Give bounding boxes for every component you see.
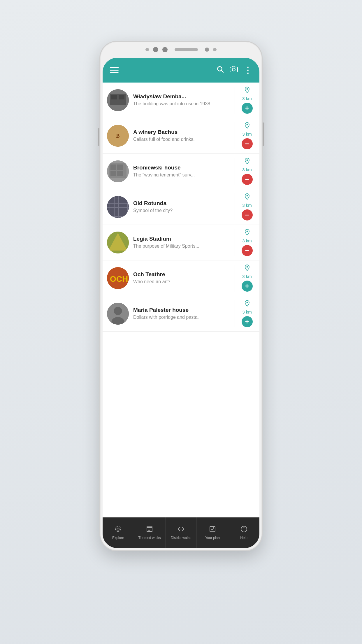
list-item[interactable]: Old Rotunda Symbol of the city? 3 km −	[103, 189, 259, 225]
item-desc-2: Cellars full of food and drinks.	[133, 136, 232, 143]
svg-rect-17	[117, 171, 123, 176]
item-title-5: Legia Stadium	[133, 236, 232, 242]
item-action-7: 3 km +	[235, 300, 255, 327]
item-distance-7: 3 km	[242, 309, 252, 314]
nav-icon-1	[146, 526, 153, 534]
dot-2	[153, 47, 158, 52]
nav-item-themed-walks[interactable]: Themed walks	[134, 517, 166, 548]
nav-label-3: Your plan	[205, 536, 220, 540]
item-action-4: 3 km −	[235, 193, 255, 220]
item-desc-5: The purpose of Military Sports....	[133, 243, 232, 249]
svg-text:OCH: OCH	[110, 274, 128, 284]
app-header: ⋮	[103, 58, 259, 83]
item-text-1: Władysław Demba... The building was put …	[133, 93, 235, 107]
list-item[interactable]: Władysław Demba... The building was put …	[103, 83, 259, 118]
nav-item-your-plan[interactable]: Your plan	[197, 517, 228, 548]
add-button-1[interactable]: +	[242, 103, 253, 114]
item-title-4: Old Rotunda	[133, 200, 232, 206]
item-desc-1: The building was put into use in 1938	[133, 101, 232, 107]
svg-text:B: B	[116, 133, 120, 139]
item-title-1: Władysław Demba...	[133, 93, 232, 100]
list-item[interactable]: Legia Stadium The purpose of Military Sp…	[103, 225, 259, 260]
item-avatar-7	[107, 303, 129, 325]
location-icon-6	[245, 265, 250, 273]
hamburger-line-1	[110, 67, 119, 68]
item-distance-1: 3 km	[242, 96, 252, 101]
svg-point-50	[244, 528, 244, 528]
remove-button-5[interactable]: −	[242, 245, 253, 256]
nav-icon-3	[209, 526, 216, 534]
location-icon-5	[245, 229, 250, 237]
svg-point-8	[246, 88, 248, 90]
item-distance-2: 3 km	[242, 132, 252, 136]
nav-label-4: Help	[240, 536, 247, 540]
nav-icon-4	[240, 526, 247, 534]
item-action-2: 3 km −	[235, 122, 255, 149]
item-desc-7: Dollars with porridge and pasta.	[133, 314, 232, 321]
list-item[interactable]: OCH Och Teathre Who need an art? 3 km +	[103, 260, 259, 296]
item-title-2: A winery Bachus	[133, 129, 232, 135]
dot-1	[145, 48, 149, 51]
item-title-3: Broniewski house	[133, 164, 232, 171]
item-text-6: Och Teathre Who need an art?	[133, 271, 235, 285]
item-avatar-1	[107, 89, 129, 111]
add-button-7[interactable]: +	[242, 316, 253, 327]
more-icon[interactable]: ⋮	[244, 65, 252, 75]
svg-point-33	[246, 231, 248, 232]
item-distance-4: 3 km	[242, 203, 252, 208]
header-right: ⋮	[216, 65, 252, 75]
svg-point-42	[115, 526, 121, 532]
item-text-2: A winery Bachus Cellars full of food and…	[133, 129, 235, 143]
svg-rect-14	[110, 164, 116, 170]
remove-button-2[interactable]: −	[242, 138, 253, 149]
phone-top-bar	[145, 47, 217, 52]
remove-button-3[interactable]: −	[242, 174, 253, 185]
item-desc-6: Who need an art?	[133, 279, 232, 285]
phone-mockup: ⋮ Władysław Demba... The building was pu…	[99, 41, 263, 551]
svg-line-1	[222, 71, 223, 72]
phone-frame: ⋮ Władysław Demba... The building was pu…	[99, 41, 263, 551]
list-item[interactable]: Broniewski house The "waving tenement" s…	[103, 154, 259, 189]
list-item[interactable]: B A winery Bachus Cellars full of food a…	[103, 118, 259, 154]
list-item[interactable]: Maria Palester house Dollars with porrid…	[103, 296, 259, 332]
svg-point-36	[246, 266, 248, 268]
svg-point-11	[246, 124, 248, 125]
item-action-5: 3 km −	[235, 229, 255, 256]
item-avatar-2: B	[107, 125, 129, 147]
search-icon[interactable]	[216, 65, 224, 75]
nav-item-district-walks[interactable]: District walks	[166, 517, 197, 548]
add-button-6[interactable]: +	[242, 281, 253, 292]
item-title-7: Maria Palester house	[133, 307, 232, 313]
nav-item-explore[interactable]: Explore	[103, 517, 134, 548]
speaker	[175, 48, 198, 51]
hamburger-menu[interactable]	[110, 67, 119, 73]
svg-rect-7	[119, 95, 124, 99]
svg-rect-15	[117, 164, 123, 170]
location-icon-1	[245, 87, 250, 95]
svg-rect-6	[111, 95, 117, 99]
item-avatar-6: OCH	[107, 267, 129, 289]
svg-point-41	[117, 528, 119, 530]
nav-icon-2	[178, 526, 184, 534]
remove-button-4[interactable]: −	[242, 209, 253, 220]
svg-point-30	[246, 195, 248, 197]
item-distance-6: 3 km	[242, 274, 252, 279]
item-desc-4: Symbol of the city?	[133, 208, 232, 214]
item-avatar-5	[107, 232, 129, 253]
svg-rect-19	[107, 196, 129, 218]
nav-item-help[interactable]: Help	[228, 517, 259, 548]
nav-icon-0	[115, 526, 122, 534]
item-text-3: Broniewski house The "waving tenement" s…	[133, 164, 235, 178]
item-text-7: Maria Palester house Dollars with porrid…	[133, 307, 235, 321]
camera-icon[interactable]	[230, 65, 238, 75]
svg-point-18	[246, 160, 248, 161]
svg-rect-46	[210, 526, 215, 532]
item-title-6: Och Teathre	[133, 271, 232, 278]
nav-label-1: Themed walks	[138, 536, 161, 540]
item-action-3: 3 km −	[235, 158, 255, 185]
camera-dot	[205, 48, 209, 52]
dot-4	[213, 48, 217, 51]
phone-screen: ⋮ Władysław Demba... The building was pu…	[103, 58, 259, 548]
nav-label-2: District walks	[171, 536, 191, 540]
location-icon-3	[245, 158, 250, 166]
